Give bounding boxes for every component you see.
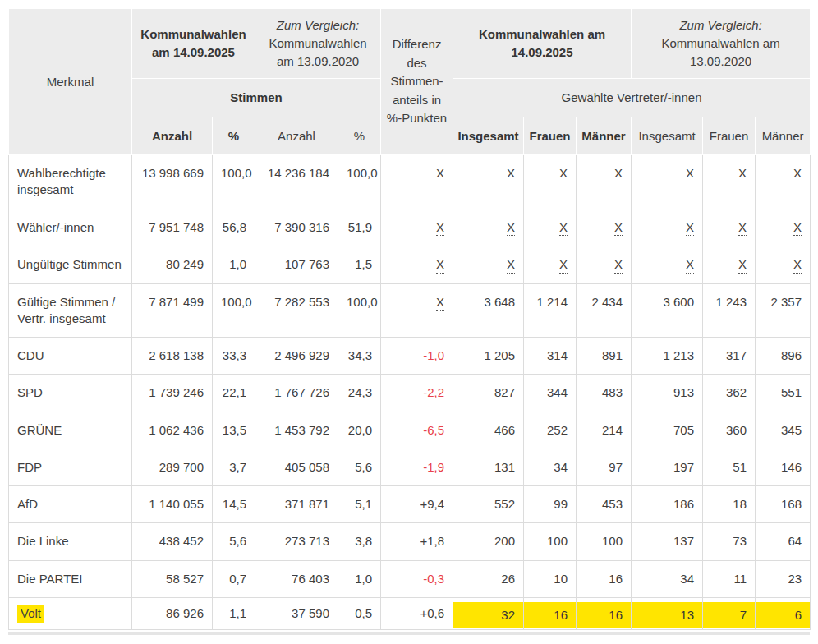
cell: 6 [756, 597, 811, 629]
highlight-band-cell: 7 [703, 602, 755, 628]
cell: 2 618 138 [132, 338, 213, 375]
cell: 1 739 246 [132, 375, 213, 412]
highlight-mark: Volt [17, 605, 44, 623]
no-value-x-mark: X [793, 167, 802, 182]
cell: X [703, 246, 756, 284]
cell: 34,3 [338, 338, 381, 375]
highlight-band-cell: 16 [577, 602, 631, 628]
no-value-x-mark: X [436, 296, 444, 311]
cell: 51 [703, 448, 756, 485]
cell: 345 [756, 412, 811, 448]
highlight-band-cell: 13 [632, 602, 702, 628]
cell: 100,0 [338, 155, 381, 209]
cell: X [524, 246, 577, 284]
no-value-x-mark: X [436, 258, 444, 274]
row-label: Ungültige Stimmen [9, 246, 132, 284]
no-value-x-mark: X [738, 167, 747, 182]
cell: 314 [524, 338, 577, 375]
cell: 317 [703, 338, 756, 375]
cell: 64 [756, 523, 811, 560]
cell: 146 [756, 448, 811, 485]
cell: 24,3 [338, 375, 381, 412]
cell: X [453, 246, 524, 284]
header-group-2025-seats-label: Kommunalwahlen am 14.09.2025 [479, 27, 605, 59]
cell: 14 236 184 [255, 155, 338, 209]
no-value-x-mark: X [738, 221, 747, 237]
row-label: CDU [9, 338, 132, 375]
cell: +0,6 [381, 597, 453, 629]
cell: 214 [577, 412, 632, 448]
no-value-x-mark: X [436, 167, 444, 182]
cell: 34 [524, 448, 577, 485]
cell: 99 [524, 486, 577, 523]
cell: 73 [703, 523, 756, 560]
cell: 7 390 316 [255, 209, 338, 246]
cell: 1,1 [213, 597, 255, 629]
cell: 100 [524, 523, 577, 560]
cell: X [577, 155, 632, 209]
cell: X [381, 209, 453, 246]
cell: 913 [632, 375, 703, 412]
cell: 51,9 [338, 209, 381, 246]
cell: 1 140 055 [132, 486, 213, 523]
highlight-band-cell: 6 [756, 602, 810, 628]
cell: 10 [524, 560, 577, 597]
cell: 100 [577, 523, 632, 560]
header-frauen-2025: Frauen [524, 117, 577, 155]
cell: X [453, 209, 524, 246]
cell: 186 [632, 486, 703, 523]
header-anzahl-2020: Anzahl [255, 117, 338, 155]
cell: 14,5 [213, 486, 255, 523]
cell: -1,0 [381, 338, 453, 375]
no-value-x-mark: X [507, 221, 515, 237]
table-row: Ungültige Stimmen80 2491,0107 7631,5XXXX… [9, 246, 811, 284]
cell: X [524, 155, 577, 209]
cell: 76 403 [255, 560, 338, 597]
cell: 252 [524, 412, 577, 448]
cell: X [703, 155, 756, 209]
table-body: Wahlberechtigte insgesamt13 998 669100,0… [9, 155, 811, 630]
cell: 20,0 [338, 412, 381, 448]
highlight-band-cell: 16 [524, 602, 576, 628]
cell: 5,1 [338, 486, 381, 523]
row-label: Volt [9, 597, 132, 629]
compare-prefix-2: Zum Vergleich: [679, 18, 761, 32]
cell: 16 [577, 560, 632, 597]
cell: X [632, 155, 703, 209]
no-value-x-mark: X [793, 221, 802, 237]
cell: 5,6 [213, 523, 255, 560]
cell: 33,3 [213, 338, 255, 375]
cell: X [577, 246, 632, 284]
cell: X [577, 209, 632, 246]
cell: 18 [703, 486, 756, 523]
header-group-2025-votes: Kommunalwahlen am 14.09.2025 [132, 9, 255, 79]
header-pct-2020: % [338, 117, 381, 155]
cell: 16 [524, 597, 577, 629]
cell: X [381, 246, 453, 284]
no-value-x-mark: X [738, 258, 747, 274]
no-value-x-mark: X [686, 167, 694, 182]
no-value-x-mark: X [686, 221, 694, 237]
no-value-x-mark: X [507, 258, 515, 274]
cell: 405 058 [255, 448, 338, 485]
no-value-x-mark: X [614, 167, 623, 182]
no-value-x-mark: X [436, 221, 444, 237]
cell: 1,0 [338, 560, 381, 597]
cell: X [632, 209, 703, 246]
header-anzahl-2025: Anzahl [132, 117, 213, 155]
cell: 168 [756, 486, 811, 523]
no-value-x-mark: X [793, 258, 802, 274]
cell: -6,5 [381, 412, 453, 448]
table-row: AfD1 140 05514,5371 8715,1+9,45529945318… [9, 486, 811, 523]
cell: 34 [632, 560, 703, 597]
header-group-2020-seats: Zum Vergleich: Kommunalwahlen am 13.09.2… [632, 9, 811, 79]
header-maenner-2025: Männer [577, 117, 632, 155]
row-label: Die Linke [9, 523, 132, 560]
cell: -1,9 [381, 448, 453, 485]
cell: 551 [756, 375, 811, 412]
cell: X [381, 283, 453, 338]
header-difference: Differenz des Stimmen-anteils in %-Punkt… [381, 9, 453, 155]
header-group-2025-votes-label: Kommunalwahlen am 14.09.2025 [140, 27, 246, 59]
row-label: Die PARTEI [9, 560, 132, 597]
highlight-band-cell: 32 [453, 602, 523, 628]
